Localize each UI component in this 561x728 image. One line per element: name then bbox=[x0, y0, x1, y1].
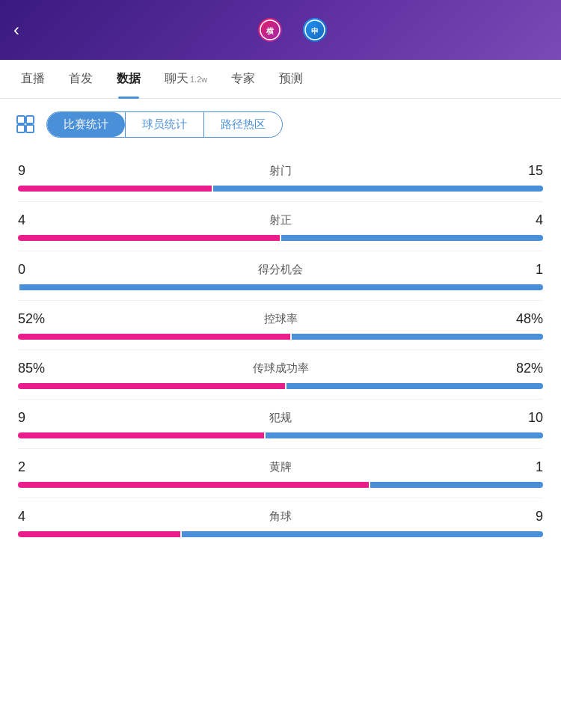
tab-data[interactable]: 数据 bbox=[105, 60, 153, 99]
stat-row: 9 犯规 10 bbox=[18, 400, 543, 449]
stat-value-left-7: 4 bbox=[18, 509, 55, 524]
stat-header-0: 9 射门 15 bbox=[18, 163, 543, 179]
toggle-player-stats[interactable]: 球员统计 bbox=[125, 112, 203, 137]
stat-row: 2 黄牌 1 bbox=[18, 449, 543, 498]
stat-label-2: 得分机会 bbox=[55, 263, 506, 277]
stat-value-left-5: 9 bbox=[18, 410, 55, 426]
stat-header-7: 4 角球 9 bbox=[18, 509, 543, 524]
stat-bar-4 bbox=[18, 382, 543, 390]
svg-rect-4 bbox=[17, 116, 25, 123]
toggle-btn-group: 比赛统计 球员统计 路径热区 bbox=[46, 111, 283, 138]
bar-left-5 bbox=[18, 432, 264, 438]
stat-bar-3 bbox=[18, 333, 543, 340]
stat-row: 4 射正 4 bbox=[18, 202, 543, 251]
away-team-logo: 申 bbox=[303, 18, 327, 42]
tab-predict[interactable]: 预测 bbox=[267, 60, 315, 99]
stat-bar-5 bbox=[18, 432, 543, 439]
bar-left-6 bbox=[18, 482, 369, 488]
stat-bar-6 bbox=[18, 481, 543, 489]
stat-header-3: 52% 控球率 48% bbox=[18, 311, 543, 327]
bar-right-0 bbox=[213, 186, 543, 192]
back-button[interactable]: ‹ bbox=[13, 19, 37, 40]
bar-right-2 bbox=[19, 284, 543, 290]
stat-row: 9 射门 15 bbox=[18, 153, 543, 202]
table-icon bbox=[12, 111, 39, 138]
stat-value-right-4: 82% bbox=[506, 361, 543, 376]
content-area: 比赛统计 球员统计 路径热区 9 射门 15 4 射正 4 0 bbox=[0, 99, 561, 547]
stat-value-right-5: 10 bbox=[506, 410, 543, 426]
stat-row: 4 角球 9 bbox=[18, 498, 543, 547]
stat-bar-2 bbox=[18, 284, 543, 291]
toggle-row: 比赛统计 球员统计 路径热区 bbox=[12, 111, 549, 138]
bar-left-3 bbox=[18, 334, 290, 340]
stat-header-4: 85% 传球成功率 82% bbox=[18, 361, 543, 376]
stat-header-1: 4 射正 4 bbox=[18, 212, 543, 228]
bar-right-4 bbox=[286, 383, 543, 389]
bar-right-1 bbox=[281, 235, 543, 241]
stat-header-5: 9 犯规 10 bbox=[18, 410, 543, 426]
tab-expert[interactable]: 专家 bbox=[219, 60, 267, 99]
svg-rect-7 bbox=[26, 125, 34, 132]
chat-badge: 1.2w bbox=[190, 75, 207, 84]
stat-value-right-6: 1 bbox=[506, 459, 543, 475]
stat-value-right-0: 15 bbox=[506, 163, 543, 179]
stat-row: 0 得分机会 1 bbox=[18, 251, 543, 301]
bar-right-3 bbox=[292, 334, 543, 340]
svg-rect-5 bbox=[26, 116, 34, 123]
bar-left-1 bbox=[18, 235, 280, 241]
stat-header-2: 0 得分机会 1 bbox=[18, 262, 543, 278]
stat-value-left-4: 85% bbox=[18, 361, 55, 376]
stat-value-right-1: 4 bbox=[506, 212, 543, 228]
stat-bar-7 bbox=[18, 530, 543, 538]
stat-row: 85% 传球成功率 82% bbox=[18, 350, 543, 400]
stat-label-4: 传球成功率 bbox=[55, 361, 506, 376]
nav-tabs: 直播 首发 数据 聊天1.2w 专家 预测 bbox=[0, 60, 561, 99]
stat-value-right-7: 9 bbox=[506, 509, 543, 524]
svg-text:申: 申 bbox=[311, 27, 319, 35]
stat-value-left-0: 9 bbox=[18, 163, 55, 179]
stat-label-3: 控球率 bbox=[55, 312, 506, 326]
tab-chat[interactable]: 聊天1.2w bbox=[153, 60, 219, 99]
stat-value-right-3: 48% bbox=[506, 311, 543, 327]
stat-label-5: 犯规 bbox=[55, 411, 506, 425]
stat-value-left-2: 0 bbox=[18, 262, 55, 278]
svg-text:横: 横 bbox=[266, 27, 275, 35]
stat-value-left-1: 4 bbox=[18, 212, 55, 228]
svg-rect-6 bbox=[17, 125, 25, 132]
stat-value-left-6: 2 bbox=[18, 459, 55, 475]
bar-right-7 bbox=[182, 531, 543, 537]
bar-left-0 bbox=[18, 186, 212, 192]
bar-right-6 bbox=[370, 482, 543, 488]
bar-left-7 bbox=[18, 531, 180, 537]
stat-value-right-2: 1 bbox=[506, 262, 543, 278]
stats-section: 9 射门 15 4 射正 4 0 得分机会 1 bbox=[12, 153, 549, 547]
stat-row: 52% 控球率 48% bbox=[18, 301, 543, 350]
match-header: ‹ 横 申 bbox=[0, 0, 561, 60]
match-info: 横 申 bbox=[37, 18, 548, 42]
stat-label-0: 射门 bbox=[55, 164, 506, 178]
tab-lineup[interactable]: 首发 bbox=[57, 60, 105, 99]
toggle-heatmap[interactable]: 路径热区 bbox=[203, 112, 282, 137]
stat-label-7: 角球 bbox=[55, 510, 506, 524]
bar-right-5 bbox=[266, 432, 543, 438]
stat-value-left-3: 52% bbox=[18, 311, 55, 327]
stat-label-6: 黄牌 bbox=[55, 460, 506, 474]
toggle-match-stats[interactable]: 比赛统计 bbox=[47, 112, 125, 137]
stat-bar-1 bbox=[18, 234, 543, 242]
stat-label-1: 射正 bbox=[55, 213, 506, 227]
home-team-logo: 横 bbox=[258, 18, 282, 42]
bar-left-4 bbox=[18, 383, 285, 389]
stat-header-6: 2 黄牌 1 bbox=[18, 459, 543, 475]
tab-live[interactable]: 直播 bbox=[9, 60, 57, 99]
stat-bar-0 bbox=[18, 185, 543, 192]
